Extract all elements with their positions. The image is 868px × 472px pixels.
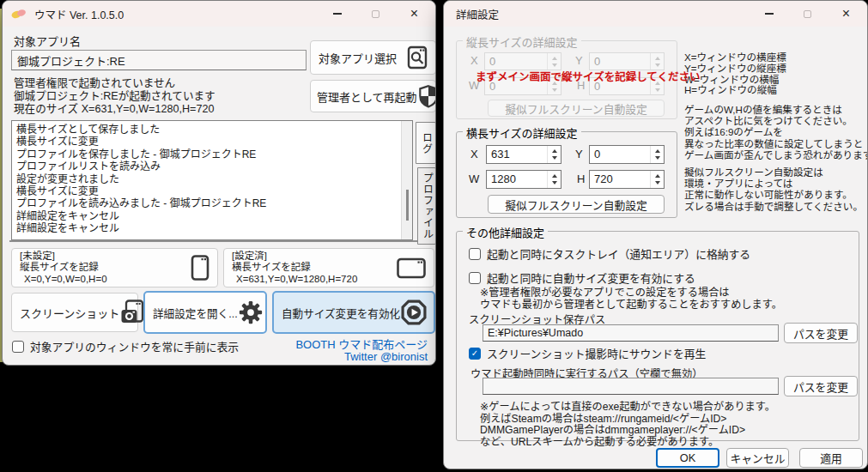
- checkbox-checked-icon: ✓: [469, 348, 481, 360]
- y-label: Y: [575, 148, 583, 160]
- log-line: 設定が変更されました: [12, 173, 412, 185]
- log-line: 横長サイズに変更: [12, 185, 412, 197]
- h-label: H: [577, 172, 585, 185]
- portrait-size-group: 縦長サイズの詳細設定 X 0 Y 0 W 0 H 0 まずメイン画面で縦サイズを…: [456, 40, 677, 119]
- log-line: プロファイルを保存しました - 御城プロジェクトRE: [12, 148, 412, 160]
- exec-path-input[interactable]: [483, 378, 779, 395]
- portrait-window-icon: [190, 254, 210, 281]
- spin-down-icon: [655, 181, 660, 185]
- record-first-warning: まずメイン画面で縦サイズを記録してください: [476, 68, 700, 84]
- other-group-title: その他詳細設定: [463, 224, 548, 240]
- spin-down-icon: [552, 156, 557, 160]
- landscape-x-spinner[interactable]: 631: [486, 145, 561, 164]
- status-current-size: 現在のサイズ X=631,Y=0,W=1280,H=720: [14, 103, 214, 116]
- spin-down-icon: [655, 156, 660, 160]
- open-settings-button[interactable]: 詳細設定を開く...: [143, 291, 267, 334]
- startup-autosize-checkbox[interactable]: 起動と同時に自動サイズ変更を有効にする: [469, 269, 695, 286]
- cancel-button[interactable]: キャンセル: [726, 448, 789, 468]
- landscape-h-spinner[interactable]: 720: [589, 170, 665, 189]
- status-running: 御城プロジェクト:REが起動されています: [14, 90, 215, 103]
- shutter-sound-checkbox[interactable]: ✓ スクリーンショット撮影時にサウンドを再生: [469, 345, 706, 361]
- landscape-group-title: 横長サイズの詳細設定: [463, 124, 581, 141]
- close-button[interactable]: ×: [395, 1, 434, 27]
- portrait-status: [未設定]: [20, 251, 107, 263]
- startup-autosize-label: 起動と同時に自動サイズ変更を有効にする: [487, 269, 695, 286]
- app-logo-icon: [11, 8, 27, 20]
- enable-autosize-button[interactable]: 自動サイズ変更を有効化: [272, 291, 435, 334]
- portrait-coords: X=0,Y=0,W=0,H=0: [20, 274, 107, 286]
- main-window: ウマド Ver. 1.0.5.0 × 対象アプリ名 対象アプリ選択 管理者権限で…: [2, 0, 436, 366]
- admin-note: ※管理者権限が必要なアプリでこの設定をする場合は ウマドも最初から管理者として起…: [480, 287, 782, 311]
- always-on-top-label: 対象アプリのウィンドウを常に手前に表示: [30, 338, 239, 354]
- exec-note: ※ゲームによっては直接のexe起動ができない場合があります。 例えばSteamの…: [480, 402, 775, 448]
- landscape-coords: X=631,Y=0,W=1280,H=720: [232, 274, 357, 286]
- app-search-icon: [406, 45, 428, 70]
- tray-checkbox[interactable]: 起動と同時にタスクトレイ（通知エリア）に格納する: [469, 245, 750, 262]
- log-scrollbar[interactable]: [401, 121, 412, 239]
- w-label: W: [469, 172, 479, 185]
- landscape-w-spinner[interactable]: 1280: [486, 170, 561, 189]
- spin-down-icon: [552, 181, 557, 185]
- close-icon: ×: [842, 7, 850, 21]
- landscape-pseudo-fullscreen-button[interactable]: 擬似フルスクリーン自動設定: [488, 195, 665, 214]
- x-label: X: [470, 54, 478, 67]
- portrait-group-title: 縦長サイズの詳細設定: [463, 33, 581, 50]
- spin-down-icon: [552, 88, 557, 92]
- play-icon: [400, 299, 428, 326]
- checkbox-icon: [469, 248, 481, 260]
- screenshot-button[interactable]: スクリーンショット: [11, 293, 138, 332]
- tab-profile[interactable]: プロファイル: [417, 167, 436, 245]
- log-line: 詳細設定をキャンセル: [12, 210, 412, 222]
- target-app-label: 対象アプリ名: [14, 33, 81, 49]
- change-screenshot-path-button[interactable]: パスを変更: [784, 323, 858, 343]
- landscape-status: [設定済]: [232, 251, 357, 263]
- log-output[interactable]: 横長サイズとして保存しました 横長サイズに変更 プロファイルを保存しました - …: [11, 120, 413, 240]
- landscape-label: 横長サイズを記録: [232, 262, 357, 274]
- restart-admin-button[interactable]: 管理者として再起動: [310, 80, 436, 112]
- log-panel-divider: [9, 240, 421, 242]
- log-line: 横長サイズに変更: [12, 136, 412, 148]
- log-line: 詳細設定をキャンセル: [12, 222, 412, 234]
- settings-window: 詳細設定 × 縦長サイズの詳細設定 X 0 Y 0 W 0 H 0 まずメイン画…: [443, 0, 868, 469]
- screenshot-path-input[interactable]: [483, 324, 779, 342]
- log-scrollbar-thumb[interactable]: [406, 190, 409, 221]
- log-line: プロファイルを読み込みました - 御城プロジェクトRE: [12, 197, 412, 209]
- log-line: プロファイルリストを読み込み: [12, 160, 412, 172]
- record-landscape-button[interactable]: [設定済] 横長サイズを記録 X=631,Y=0,W=1280,H=720: [223, 248, 434, 287]
- minimize-icon: [765, 13, 774, 15]
- apply-button[interactable]: 適用: [799, 448, 863, 468]
- minimize-button[interactable]: [750, 1, 788, 27]
- window-title: ウマド Ver. 1.0.5.0: [34, 6, 124, 22]
- settings-window-title: 詳細設定: [456, 6, 499, 22]
- maximize-icon: [372, 10, 379, 18]
- checkbox-icon: [12, 341, 24, 353]
- record-portrait-button[interactable]: [未設定] 縦長サイズを記録 X=0,Y=0,W=0,H=0: [11, 248, 218, 287]
- y-label: Y: [575, 54, 583, 67]
- uac-shield-icon: [417, 84, 436, 108]
- main-titlebar: ウマド Ver. 1.0.5.0 ×: [3, 1, 435, 27]
- landscape-y-spinner[interactable]: 0: [589, 145, 665, 164]
- always-on-top-checkbox[interactable]: 対象アプリのウィンドウを常に手前に表示: [12, 338, 239, 354]
- spin-up-icon: [655, 57, 660, 60]
- landscape-window-icon: [396, 256, 427, 280]
- minimize-button[interactable]: [318, 1, 356, 27]
- window-controls: ×: [750, 1, 865, 27]
- close-icon: ×: [410, 7, 418, 21]
- select-app-button[interactable]: 対象アプリ選択: [310, 40, 436, 75]
- twitter-link[interactable]: Twitter @bironist: [344, 350, 428, 363]
- spin-up-icon: [655, 174, 660, 178]
- other-settings-group: その他詳細設定 起動と同時にタスクトレイ（通知エリア）に格納する 起動と同時に自…: [456, 231, 859, 441]
- checkbox-icon: [469, 272, 481, 284]
- spin-up-icon: [552, 57, 557, 60]
- target-app-input[interactable]: [11, 50, 307, 70]
- maximize-icon: [804, 10, 811, 18]
- minimize-icon: [333, 13, 342, 15]
- change-exec-path-button[interactable]: パスを変更: [784, 376, 858, 396]
- ok-button[interactable]: OK: [656, 448, 719, 468]
- spin-up-icon: [655, 149, 660, 153]
- tab-log[interactable]: ログ: [416, 122, 436, 164]
- close-button[interactable]: ×: [827, 1, 865, 27]
- spin-down-icon: [655, 88, 660, 92]
- spin-up-icon: [552, 149, 557, 153]
- gear-icon: [238, 300, 264, 325]
